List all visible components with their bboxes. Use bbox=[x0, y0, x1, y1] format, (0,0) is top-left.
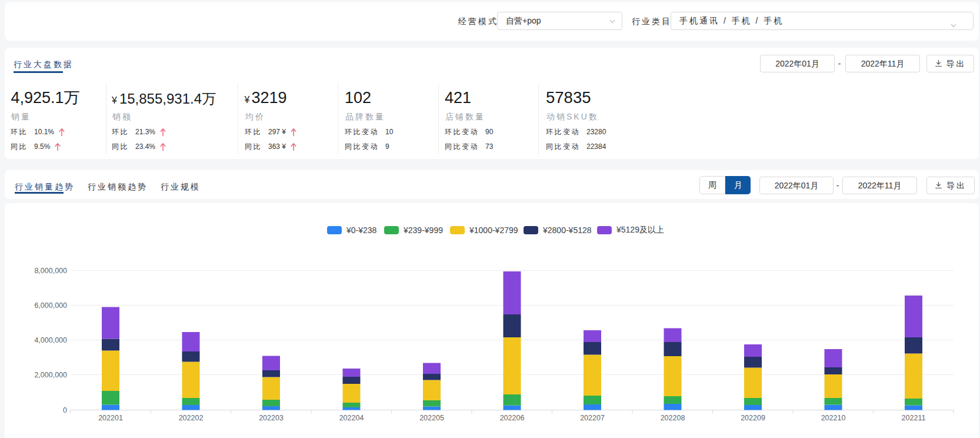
svg-text:202209: 202209 bbox=[741, 414, 765, 422]
svg-text:202210: 202210 bbox=[821, 414, 846, 422]
svg-text:202204: 202204 bbox=[339, 414, 364, 422]
svg-text:6,000,000: 6,000,000 bbox=[34, 301, 67, 310]
svg-text:0: 0 bbox=[63, 406, 67, 414]
svg-text:4,000,000: 4,000,000 bbox=[34, 336, 67, 344]
svg-text:202202: 202202 bbox=[179, 414, 204, 422]
svg-text:8,000,000: 8,000,000 bbox=[34, 267, 67, 275]
svg-text:202208: 202208 bbox=[661, 414, 685, 422]
svg-text:202207: 202207 bbox=[580, 414, 605, 422]
svg-text:2,000,000: 2,000,000 bbox=[34, 371, 67, 379]
svg-text:202203: 202203 bbox=[259, 414, 284, 422]
svg-text:202201: 202201 bbox=[98, 414, 123, 422]
svg-text:202205: 202205 bbox=[419, 414, 444, 422]
svg-text:202211: 202211 bbox=[902, 414, 926, 422]
svg-text:202206: 202206 bbox=[500, 414, 525, 422]
